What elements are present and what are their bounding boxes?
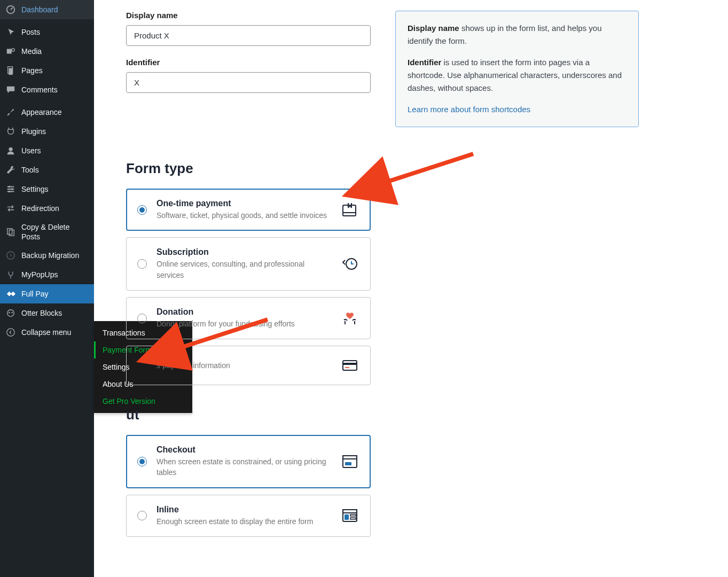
svg-point-2 bbox=[12, 49, 14, 51]
svg-point-5 bbox=[9, 147, 12, 151]
svg-rect-9 bbox=[7, 229, 12, 235]
option-checkout[interactable]: Checkout When screen estate is constrain… bbox=[126, 435, 371, 488]
sidebar-item-label: Appearance bbox=[21, 107, 89, 117]
form-type-title: Form type bbox=[126, 160, 696, 177]
option-subscription[interactable]: Subscription Online services, consulting… bbox=[126, 237, 371, 291]
radio-icon bbox=[137, 511, 147, 520]
sidebar-item-redirection[interactable]: Redirection bbox=[0, 199, 94, 218]
svg-rect-23 bbox=[345, 462, 351, 465]
sidebar-item-label: Full Pay bbox=[21, 289, 89, 299]
display-name-input[interactable] bbox=[126, 25, 371, 46]
svg-point-14 bbox=[11, 312, 13, 314]
sidebar-item-appearance[interactable]: Appearance bbox=[0, 103, 94, 122]
book-icon bbox=[340, 200, 359, 220]
svg-rect-20 bbox=[345, 367, 349, 368]
sidebar-item-fullpay[interactable]: Full Pay bbox=[0, 284, 94, 303]
media-icon bbox=[5, 46, 16, 57]
option-desc: Software, ticket, physical goods, and se… bbox=[156, 210, 331, 221]
info-link[interactable]: Learn more about form shortcodes bbox=[408, 105, 530, 114]
sidebar-item-tools[interactable]: Tools bbox=[0, 160, 94, 180]
dashboard-icon bbox=[5, 4, 16, 15]
option-desc: Online services, consulting, and profess… bbox=[156, 259, 331, 280]
option-title: One-time payment bbox=[156, 199, 331, 208]
sidebar-item-label: MyPopUps bbox=[21, 270, 89, 279]
collapse-icon bbox=[5, 327, 16, 338]
option-desc-fragment: s payment information bbox=[156, 360, 331, 371]
radio-icon bbox=[137, 259, 147, 269]
option-donation[interactable]: Donation Donor platform for your fundrai… bbox=[126, 297, 371, 339]
pages-icon bbox=[5, 65, 16, 76]
sidebar-item-backup[interactable]: Backup Migration bbox=[0, 246, 94, 265]
svg-rect-10 bbox=[9, 230, 14, 236]
sidebar-item-label: Collapse menu bbox=[21, 328, 89, 337]
display-name-label: Display name bbox=[126, 11, 371, 20]
user-icon bbox=[5, 145, 16, 156]
info-display-name-strong: Display name bbox=[408, 24, 459, 33]
layout-title-fragment: ut bbox=[126, 407, 696, 423]
sidebar-item-posts[interactable]: Posts bbox=[0, 22, 94, 42]
svg-point-6 bbox=[9, 186, 11, 188]
option-desc: When screen estate is constrained, or us… bbox=[156, 456, 331, 478]
sidebar-item-otter[interactable]: Otter Blocks bbox=[0, 303, 94, 323]
info-panel: Display name shows up in the form list, … bbox=[395, 11, 639, 127]
redirect-icon bbox=[5, 203, 16, 214]
sidebar-item-plugins[interactable]: Plugins bbox=[0, 122, 94, 141]
svg-rect-26 bbox=[345, 514, 349, 520]
radio-icon bbox=[137, 314, 147, 323]
identifier-input[interactable] bbox=[126, 72, 371, 93]
sidebar-item-label: Comments bbox=[21, 85, 89, 95]
svg-rect-27 bbox=[350, 514, 356, 516]
option-title: Subscription bbox=[156, 247, 331, 257]
svg-rect-18 bbox=[343, 361, 357, 370]
sidebar-item-label: Posts bbox=[21, 27, 89, 37]
sidebar-item-label: Redirection bbox=[21, 204, 89, 213]
sidebar-item-label: Tools bbox=[21, 165, 89, 175]
brush-icon bbox=[5, 107, 16, 118]
pin-icon bbox=[5, 27, 16, 37]
sidebar-item-label: Otter Blocks bbox=[21, 308, 89, 318]
plug-icon bbox=[5, 126, 16, 137]
identifier-label: Identifier bbox=[126, 58, 371, 67]
svg-rect-25 bbox=[343, 510, 357, 513]
option-onetime[interactable]: One-time payment Software, ticket, physi… bbox=[126, 189, 371, 231]
admin-sidebar: Dashboard Posts Media Pages Comments App… bbox=[0, 0, 94, 577]
svg-rect-19 bbox=[343, 363, 357, 365]
clock-icon bbox=[340, 254, 359, 274]
window-icon bbox=[340, 452, 359, 471]
svg-rect-28 bbox=[350, 518, 356, 519]
option-title: Inline bbox=[156, 505, 331, 514]
svg-rect-1 bbox=[7, 49, 12, 54]
layout-icon bbox=[340, 506, 359, 525]
svg-point-7 bbox=[11, 188, 13, 190]
sidebar-item-dashboard[interactable]: Dashboard bbox=[0, 0, 94, 19]
sliders-icon bbox=[5, 184, 16, 194]
sidebar-item-media[interactable]: Media bbox=[0, 42, 94, 61]
svg-point-8 bbox=[9, 191, 11, 193]
sidebar-item-comments[interactable]: Comments bbox=[0, 80, 94, 99]
sidebar-item-label: Backup Migration bbox=[21, 251, 89, 260]
sidebar-item-collapse[interactable]: Collapse menu bbox=[0, 323, 94, 342]
sidebar-item-label: Plugins bbox=[21, 127, 89, 136]
wrench-icon bbox=[5, 165, 16, 175]
copy-icon bbox=[5, 227, 16, 237]
option-desc: Enough screen estate to display the enti… bbox=[156, 516, 331, 527]
option-desc: Donor platform for your fundraising effo… bbox=[156, 318, 331, 329]
option-inline[interactable]: Inline Enough screen estate to display t… bbox=[126, 495, 371, 537]
card-icon bbox=[340, 356, 359, 375]
radio-icon bbox=[137, 457, 147, 466]
comments-icon bbox=[5, 84, 16, 95]
sidebar-item-settings[interactable]: Settings bbox=[0, 180, 94, 199]
main-content: Display name Identifier Display name sho… bbox=[94, 0, 728, 577]
otter-icon bbox=[5, 308, 16, 318]
sidebar-item-mypopups[interactable]: MyPopUps bbox=[0, 265, 94, 284]
svg-rect-21 bbox=[343, 456, 357, 467]
svg-rect-4 bbox=[9, 68, 12, 75]
option-payment-info[interactable]: s payment information bbox=[126, 346, 371, 385]
sidebar-item-label: Media bbox=[21, 46, 89, 56]
option-title: Checkout bbox=[156, 445, 331, 455]
sidebar-item-copy-delete[interactable]: Copy & Delete Posts bbox=[0, 218, 94, 246]
sidebar-item-users[interactable]: Users bbox=[0, 141, 94, 160]
svg-point-15 bbox=[7, 329, 14, 336]
sidebar-item-pages[interactable]: Pages bbox=[0, 61, 94, 80]
option-title: Donation bbox=[156, 307, 331, 317]
